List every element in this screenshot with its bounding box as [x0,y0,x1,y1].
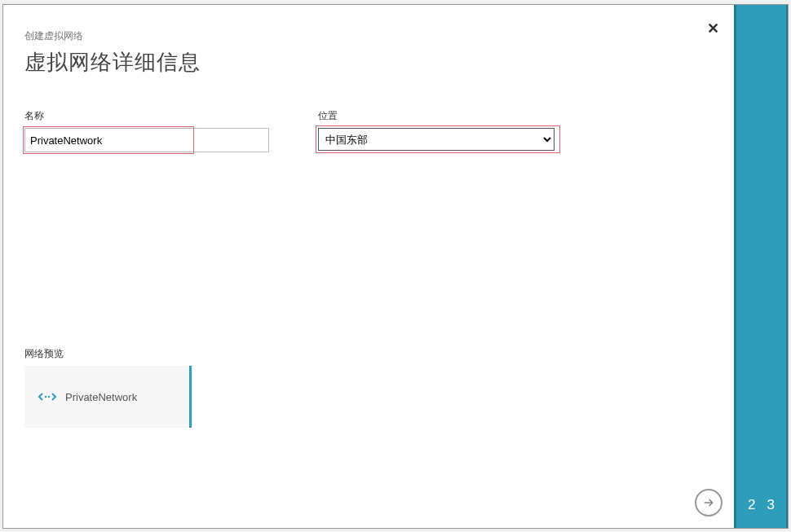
name-input[interactable] [24,128,269,152]
preview-name: PrivateNetwork [65,391,137,403]
form-row: 名称 位置 中国东部 [24,109,713,152]
location-select[interactable]: 中国东部 [318,128,555,151]
preview-label: 网络预览 [24,347,192,361]
arrow-right-icon [702,496,715,509]
step-3[interactable]: 3 [767,497,775,513]
breadcrumb: 创建虚拟网络 [24,29,713,43]
preview-section: 网络预览 PrivateNetwork [24,347,192,428]
svg-point-0 [45,396,46,398]
wizard-window: ✕ 创建虚拟网络 虚拟网络详细信息 名称 位置 中国东部 [2,4,789,529]
step-2[interactable]: 2 [748,497,755,513]
page-title: 虚拟网络详细信息 [24,48,713,77]
step-sidebar: 2 3 [734,5,788,528]
name-group: 名称 [24,109,269,152]
next-button[interactable] [695,489,723,517]
name-label: 名称 [24,109,269,123]
location-label: 位置 [318,109,563,123]
main-panel: ✕ 创建虚拟网络 虚拟网络详细信息 名称 位置 中国东部 [3,5,734,528]
name-input-wrap [24,128,269,152]
location-select-wrap: 中国东部 [318,128,563,151]
network-icon [38,392,57,402]
close-icon[interactable]: ✕ [707,20,719,37]
location-group: 位置 中国东部 [318,109,563,152]
svg-point-1 [48,396,50,398]
preview-box: PrivateNetwork [24,366,192,428]
